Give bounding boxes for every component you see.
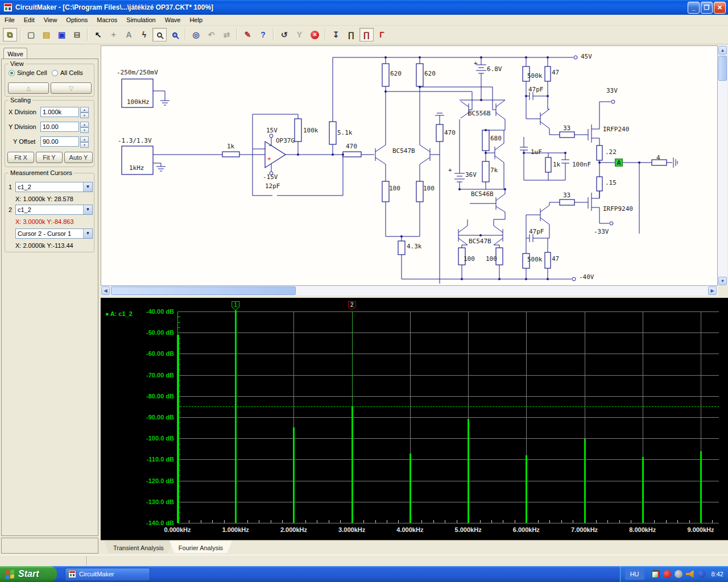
- help-button[interactable]: ?: [256, 28, 270, 41]
- y-division-spinner[interactable]: ▲▼: [80, 122, 89, 132]
- fit-y-button[interactable]: Fit Y: [36, 152, 63, 163]
- reset-button[interactable]: ↺: [277, 28, 291, 41]
- schematic-vertical-scrollbar[interactable]: ▲ ▼: [718, 45, 727, 286]
- menu-item-options[interactable]: Options: [61, 15, 92, 24]
- menu-item-edit[interactable]: Edit: [19, 15, 39, 24]
- cursor-flag[interactable]: 1: [231, 301, 239, 310]
- cell-up-button[interactable]: △: [8, 82, 49, 94]
- menu-item-view[interactable]: View: [39, 15, 62, 24]
- scroll-left-icon[interactable]: ◀: [101, 286, 110, 295]
- x-axis-minor-tick: [573, 520, 573, 523]
- y-axis-tick-label: -70.00 dB: [103, 372, 174, 379]
- scroll-down-icon[interactable]: ▼: [718, 277, 727, 285]
- wrench-button[interactable]: Y: [292, 28, 307, 41]
- x-axis-minor-tick: [666, 520, 667, 523]
- cursor-line-horizontal: [177, 406, 719, 407]
- schematic-canvas[interactable]: -250m/250mV100kHz-1.3/1.3V1kHz1k15VOP37G…: [101, 45, 718, 286]
- parts-browser-icon: ⧉: [7, 30, 13, 40]
- windows-flag-icon: [6, 569, 15, 579]
- menu-item-wave[interactable]: Wave: [160, 15, 185, 24]
- stop-simulation-button[interactable]: ✕: [308, 28, 322, 41]
- select-arrow-button[interactable]: ↖: [91, 28, 105, 41]
- x-division-spinner[interactable]: ▲▼: [80, 107, 89, 117]
- chevron-down-icon[interactable]: ▼: [83, 182, 92, 192]
- scroll-right-icon[interactable]: ▶: [708, 286, 717, 295]
- y-offset-input[interactable]: [40, 136, 79, 147]
- circuitmaker-tray-icon[interactable]: [652, 570, 660, 578]
- bluetooth-icon[interactable]: [697, 570, 705, 578]
- cell-down-button[interactable]: ▽: [51, 82, 92, 94]
- menu-item-simulation[interactable]: Simulation: [122, 15, 160, 24]
- fit-x-button[interactable]: Fit X: [7, 152, 34, 163]
- save-button[interactable]: ▣: [55, 28, 69, 41]
- fourier-analysis-button[interactable]: ∏: [359, 28, 374, 41]
- x-axis-minor-tick: [201, 520, 201, 523]
- tab-fourier-analysis[interactable]: Fourier Analysis: [169, 541, 232, 553]
- rotate-button[interactable]: ↶: [204, 28, 218, 41]
- single-cell-radio[interactable]: [9, 70, 15, 76]
- cursor2-channel-select[interactable]: c1_2▼: [15, 205, 93, 215]
- wire-tool-icon: +: [111, 30, 115, 39]
- parts-browser-button[interactable]: ⧉: [3, 28, 17, 41]
- chevron-down-icon[interactable]: ▼: [83, 229, 92, 238]
- close-button[interactable]: ✕: [714, 2, 726, 14]
- component-label: BC556B: [468, 110, 491, 117]
- auto-y-button[interactable]: Auto Y: [64, 152, 93, 163]
- zoom-tool-button[interactable]: [168, 28, 182, 41]
- all-cells-radio[interactable]: [52, 70, 58, 76]
- y-offset-label: Y Offset: [13, 138, 35, 145]
- x-axis-minor-tick: [433, 520, 434, 523]
- tab-transient-analysis[interactable]: Transient Analysis: [104, 541, 173, 553]
- cursor-diff-select[interactable]: Cursor 2 - Cursor 1▼: [15, 228, 93, 239]
- text-tool-button[interactable]: A: [122, 28, 136, 41]
- tab-wave[interactable]: Wave: [3, 48, 27, 59]
- security-alert-icon[interactable]: [663, 570, 671, 578]
- cursor-flag[interactable]: 2: [348, 301, 356, 310]
- mirror-button[interactable]: ⇄: [220, 28, 234, 41]
- vertical-scroll-thumb[interactable]: [718, 56, 727, 81]
- taskbar-item-circuitmaker[interactable]: CircuitMaker: [65, 568, 150, 581]
- menu-item-macros[interactable]: Macros: [92, 15, 122, 24]
- zoom-select-button[interactable]: [152, 28, 167, 41]
- x-axis-tick-label: 0.000kHz: [164, 526, 191, 533]
- component-label: 45V: [581, 53, 592, 60]
- view-group-label: View: [9, 60, 26, 67]
- transient-analysis-button[interactable]: ∏: [344, 28, 358, 41]
- start-button[interactable]: Start: [0, 566, 57, 582]
- x-axis-minor-tick: [224, 520, 225, 523]
- restore-button[interactable]: ❐: [701, 2, 713, 14]
- chevron-down-icon[interactable]: ▼: [83, 205, 92, 214]
- dc-analysis-button[interactable]: ↧: [329, 28, 343, 41]
- magnifier-icon: [172, 32, 177, 38]
- find-part-button[interactable]: ◎: [189, 28, 203, 41]
- fourier-plot[interactable]: ●A: c1_2 -40.00 dB-50.00 dB-60.00 dB-70.…: [101, 298, 728, 540]
- gridline-h: [177, 481, 719, 481]
- edit-simulation-button[interactable]: ✎: [241, 28, 255, 41]
- cursor-flag-label: 2: [349, 302, 355, 310]
- component-label: 500k: [527, 256, 543, 263]
- delete-tool-button[interactable]: ϟ: [137, 28, 151, 41]
- scroll-up-icon[interactable]: ▲: [718, 46, 727, 55]
- component-label: 4: [656, 154, 660, 161]
- y-offset-spinner[interactable]: ▲▼: [80, 136, 89, 147]
- minimize-button[interactable]: _: [688, 2, 700, 14]
- language-indicator[interactable]: HU: [625, 568, 644, 580]
- print-button[interactable]: ⊟: [70, 28, 84, 41]
- new-document-button[interactable]: ▢: [24, 28, 38, 41]
- cursor1-channel-select[interactable]: c1_2▼: [15, 182, 93, 192]
- mute-icon[interactable]: [675, 570, 682, 578]
- all-cells-label: All Cells: [60, 69, 83, 76]
- menu-item-help[interactable]: Help: [185, 15, 207, 24]
- volume-icon[interactable]: [686, 570, 694, 578]
- open-button[interactable]: ▤: [39, 28, 53, 41]
- y-division-input[interactable]: [40, 122, 79, 132]
- x-division-input[interactable]: [40, 107, 79, 117]
- menu-item-file[interactable]: File: [0, 15, 19, 24]
- probe-marker-a[interactable]: A: [615, 159, 623, 167]
- horizontal-scroll-thumb[interactable]: [111, 286, 296, 295]
- component-label: 1k: [553, 161, 560, 168]
- step-analysis-button[interactable]: Γ: [375, 28, 389, 41]
- schematic-horizontal-scrollbar[interactable]: ◀ ▶: [101, 286, 718, 296]
- x-axis-minor-tick: [677, 520, 678, 523]
- wire-tool-button[interactable]: +: [106, 28, 121, 41]
